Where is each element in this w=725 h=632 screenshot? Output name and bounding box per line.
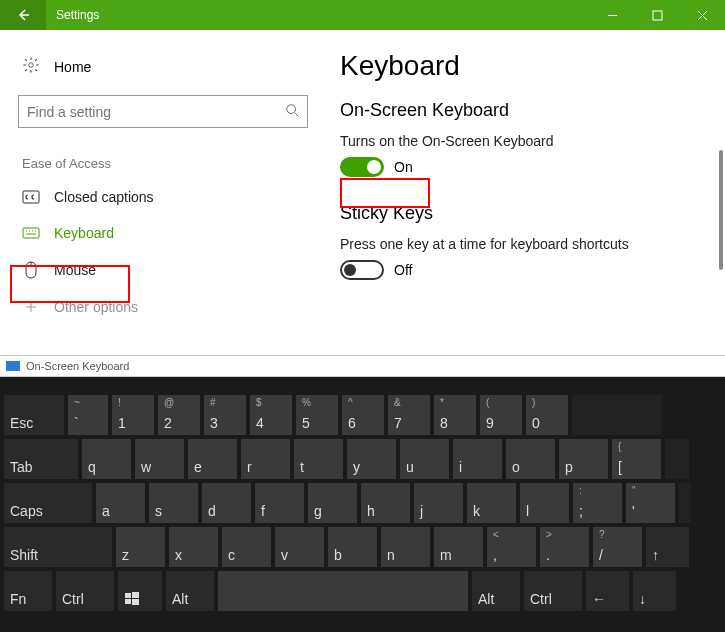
key-2[interactable]: @2 — [158, 395, 200, 435]
minimize-button[interactable] — [590, 0, 635, 30]
key-7[interactable]: &7 — [388, 395, 430, 435]
key-j[interactable]: j — [414, 483, 463, 523]
sticky-description: Press one key at a time for keyboard sho… — [340, 236, 713, 252]
key-c[interactable]: c — [222, 527, 271, 567]
key-blank[interactable] — [572, 395, 662, 435]
key-x[interactable]: x — [169, 527, 218, 567]
key-8[interactable]: *8 — [434, 395, 476, 435]
key-tab[interactable]: Tab — [4, 439, 78, 479]
key-5[interactable]: %5 — [296, 395, 338, 435]
back-button[interactable] — [0, 0, 46, 30]
key-windows[interactable] — [118, 571, 162, 611]
key-caps[interactable]: Caps — [4, 483, 92, 523]
closed-captions-icon — [22, 190, 40, 204]
key-'[interactable]: "' — [626, 483, 675, 523]
back-arrow-icon — [15, 7, 31, 23]
key-w[interactable]: w — [135, 439, 184, 479]
home-nav[interactable]: Home — [18, 50, 340, 95]
svg-rect-0 — [653, 11, 662, 20]
search-input-container[interactable] — [18, 95, 308, 128]
key-shift[interactable]: Shift — [4, 527, 112, 567]
svg-rect-3 — [23, 191, 39, 203]
key-l[interactable]: l — [520, 483, 569, 523]
sidebar-item-label: Keyboard — [54, 225, 114, 241]
key-a[interactable]: a — [96, 483, 145, 523]
key-v[interactable]: v — [275, 527, 324, 567]
key-6[interactable]: ^6 — [342, 395, 384, 435]
key-.[interactable]: >. — [540, 527, 589, 567]
key-↑[interactable]: ↑ — [646, 527, 689, 567]
search-input[interactable] — [27, 104, 267, 120]
sticky-toggle-state: Off — [394, 262, 412, 278]
osk-toggle-state: On — [394, 159, 413, 175]
sticky-toggle[interactable] — [340, 260, 384, 280]
key-`[interactable]: ~` — [68, 395, 108, 435]
key-g[interactable]: g — [308, 483, 357, 523]
key-t[interactable]: t — [294, 439, 343, 479]
key-↓[interactable]: ↓ — [633, 571, 676, 611]
sidebar-item-keyboard[interactable]: Keyboard — [18, 215, 340, 251]
key-[[interactable]: {[ — [612, 439, 661, 479]
maximize-button[interactable] — [635, 0, 680, 30]
window-titlebar: Settings — [0, 0, 725, 30]
key-blank[interactable] — [679, 483, 691, 523]
key-1[interactable]: !1 — [112, 395, 154, 435]
search-icon — [285, 103, 299, 121]
key-b[interactable]: b — [328, 527, 377, 567]
window-title: Settings — [46, 8, 590, 22]
key-←[interactable]: ← — [586, 571, 629, 611]
key-;[interactable]: :; — [573, 483, 622, 523]
osk-heading: On-Screen Keyboard — [340, 100, 713, 121]
sticky-toggle-row: Off — [340, 260, 713, 280]
svg-rect-4 — [23, 228, 39, 238]
osk-toggle[interactable] — [340, 157, 384, 177]
key-h[interactable]: h — [361, 483, 410, 523]
key-e[interactable]: e — [188, 439, 237, 479]
close-button[interactable] — [680, 0, 725, 30]
scrollbar[interactable] — [719, 150, 723, 270]
key-f[interactable]: f — [255, 483, 304, 523]
svg-rect-8 — [125, 599, 131, 604]
svg-rect-7 — [132, 592, 139, 598]
key-m[interactable]: m — [434, 527, 483, 567]
key-i[interactable]: i — [453, 439, 502, 479]
key-k[interactable]: k — [467, 483, 516, 523]
key-alt[interactable]: Alt — [166, 571, 214, 611]
svg-point-2 — [287, 104, 296, 113]
key-3[interactable]: #3 — [204, 395, 246, 435]
svg-rect-9 — [132, 599, 139, 605]
gear-icon — [22, 56, 40, 77]
sidebar-item-closed-captions[interactable]: Closed captions — [18, 179, 340, 215]
osk-app-icon — [6, 361, 20, 371]
key-n[interactable]: n — [381, 527, 430, 567]
key-ctrl[interactable]: Ctrl — [56, 571, 114, 611]
key-s[interactable]: s — [149, 483, 198, 523]
svg-rect-6 — [125, 593, 131, 598]
key-/[interactable]: ?/ — [593, 527, 642, 567]
key-alt[interactable]: Alt — [472, 571, 520, 611]
key-r[interactable]: r — [241, 439, 290, 479]
osk-description: Turns on the On-Screen Keyboard — [340, 133, 713, 149]
key-ctrl[interactable]: Ctrl — [524, 571, 582, 611]
key-esc[interactable]: Esc — [4, 395, 64, 435]
sidebar: Home Ease of Access Closed captions Keyb… — [0, 30, 340, 355]
key-,[interactable]: <, — [487, 527, 536, 567]
category-label: Ease of Access — [22, 156, 340, 171]
key-p[interactable]: p — [559, 439, 608, 479]
key-y[interactable]: y — [347, 439, 396, 479]
key-d[interactable]: d — [202, 483, 251, 523]
key-blank[interactable] — [218, 571, 468, 611]
page-title: Keyboard — [340, 50, 713, 82]
sidebar-item-label: Closed captions — [54, 189, 154, 205]
key-o[interactable]: o — [506, 439, 555, 479]
key-0[interactable]: )0 — [526, 395, 568, 435]
key-z[interactable]: z — [116, 527, 165, 567]
osk-toggle-row: On — [340, 157, 713, 177]
key-fn[interactable]: Fn — [4, 571, 52, 611]
key-q[interactable]: q — [82, 439, 131, 479]
key-u[interactable]: u — [400, 439, 449, 479]
key-9[interactable]: (9 — [480, 395, 522, 435]
key-4[interactable]: $4 — [250, 395, 292, 435]
key-blank[interactable] — [665, 439, 689, 479]
home-label: Home — [54, 59, 91, 75]
